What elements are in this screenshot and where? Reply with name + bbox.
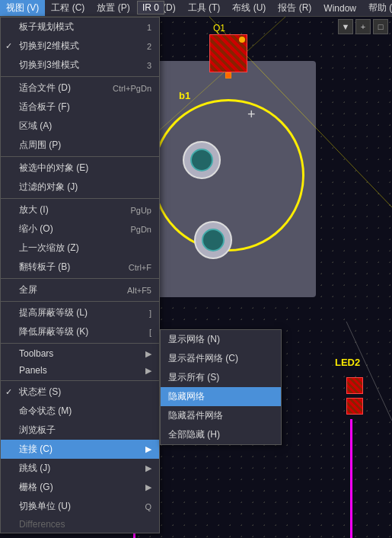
menu-item-board-plan[interactable]: 板子规划模式 1 xyxy=(1,18,159,37)
menu-item-toggle-units[interactable]: 切换单位 (U) Q xyxy=(1,497,159,516)
menu-item-increase-mask[interactable]: 提高屏蔽等级 (L) ] xyxy=(1,303,159,322)
menu-item-cmd-status[interactable]: 命令状态 (M) xyxy=(1,402,159,421)
connections-submenu: 显示网络 (N) 显示器件网络 (C) 显示所有 (S) 隐藏网络 隐藏器件网络… xyxy=(160,329,282,445)
menu-item-zoom-in[interactable]: 放大 (I) PgUp xyxy=(1,200,159,219)
pcb-traces xyxy=(133,17,392,538)
menu-window[interactable]: Window xyxy=(317,2,362,15)
shortcut-3: 3 xyxy=(147,61,151,70)
pad-inner-bottom xyxy=(202,229,225,251)
menu-item-label: 上一次缩放 (Z) xyxy=(19,242,79,255)
menu-bar: 视图 (V) 工程 (C) 放置 (P) 设计 (D) 工具 (T) 布线 (U… xyxy=(0,0,392,17)
menu-item-fit-board[interactable]: 适合板子 (F) xyxy=(1,98,159,117)
menu-item-last-zoom[interactable]: 上一次缩放 (Z) xyxy=(1,239,159,258)
filter-button[interactable]: ▼ xyxy=(338,19,353,34)
menu-item-3d-mode[interactable]: 切换到3维模式 3 xyxy=(1,56,159,75)
menu-item-label: 状态栏 (S) xyxy=(19,386,61,399)
q1-component: Q1 xyxy=(209,34,247,72)
shortcut-mask-down: [ xyxy=(149,328,151,337)
menu-item-label: 适合板子 (F) xyxy=(19,101,70,114)
menu-item-label: 被选中的对象 (E) xyxy=(19,162,88,175)
menu-item-statusbar[interactable]: 状态栏 (S) xyxy=(1,383,159,402)
view-dropdown-menu: 板子规划模式 1 切换到2维模式 2 切换到3维模式 3 适合文件 (D) Ct… xyxy=(0,17,160,533)
crosshair: + xyxy=(247,107,256,123)
menu-item-label: 切换到2维模式 xyxy=(19,40,79,53)
sub-item-show-comp-net[interactable]: 显示器件网络 (C) xyxy=(161,349,281,368)
q1-body xyxy=(209,34,247,72)
shortcut-q: Q xyxy=(145,502,151,511)
menu-item-label: 跳线 (J) xyxy=(19,462,50,475)
menu-item-label: 切换到3维模式 xyxy=(19,59,79,72)
menu-item-grid[interactable]: 栅格 (G) ▶ xyxy=(1,478,159,497)
menu-tools[interactable]: 工具 (T) xyxy=(182,0,227,16)
menu-item-around-point[interactable]: 点周围 (P) xyxy=(1,136,159,155)
ir-badge: IR 0 xyxy=(137,1,164,14)
view-button[interactable]: □ xyxy=(373,19,388,34)
separator-1 xyxy=(1,76,159,77)
add-button[interactable]: + xyxy=(355,19,371,34)
menu-project[interactable]: 工程 (C) xyxy=(45,0,91,16)
q1-dot xyxy=(239,37,245,43)
menu-item-toolbars[interactable]: Toolbars ▶ xyxy=(1,345,159,362)
menu-item-zoom-out[interactable]: 缩小 (O) PgDn xyxy=(1,219,159,239)
menu-item-label: 过滤的对象 (J) xyxy=(19,181,78,194)
menu-item-label: 栅格 (G) xyxy=(19,481,53,494)
sub-item-show-all[interactable]: 显示所有 (S) xyxy=(161,368,281,387)
shortcut-2: 2 xyxy=(147,42,151,51)
menu-item-fit-doc[interactable]: 适合文件 (D) Ctrl+PgDn xyxy=(1,78,159,98)
menu-item-label: Panels xyxy=(19,365,47,376)
menu-route[interactable]: 布线 (U) xyxy=(226,0,272,16)
separator-2 xyxy=(1,156,159,157)
menu-view[interactable]: 视图 (V) xyxy=(0,0,45,16)
toolbar-right: ▼ + □ xyxy=(338,19,388,34)
led2-pad-2 xyxy=(346,398,363,415)
q1-label: Q1 xyxy=(213,23,225,34)
square-icon: □ xyxy=(378,22,384,31)
menu-item-area[interactable]: 区域 (A) xyxy=(1,117,159,136)
menu-item-label: Differences xyxy=(19,519,65,530)
menu-item-label: 翻转板子 (B) xyxy=(19,261,70,274)
menu-item-2d-mode[interactable]: 切换到2维模式 2 xyxy=(1,37,159,56)
menu-item-label: 降低屏蔽等级 (K) xyxy=(19,325,88,338)
shortcut-mask-up: ] xyxy=(149,309,151,318)
sub-item-hide-all[interactable]: 全部隐藏 (H) xyxy=(161,425,281,444)
menu-item-jumper[interactable]: 跳线 (J) ▶ xyxy=(1,459,159,478)
separator-5 xyxy=(1,301,159,302)
menu-place[interactable]: 放置 (P) xyxy=(91,0,135,16)
menu-item-panels[interactable]: Panels ▶ xyxy=(1,362,159,379)
menu-help[interactable]: 帮助 (H) xyxy=(362,0,392,16)
pad-circle-bottom xyxy=(194,221,232,259)
menu-item-connections[interactable]: 连接 (C) ▶ xyxy=(1,440,159,459)
separator-3 xyxy=(1,198,159,199)
menu-item-flip-board[interactable]: 翻转板子 (B) Ctrl+F xyxy=(1,258,159,277)
shortcut-flip: Ctrl+F xyxy=(129,263,151,272)
jumper-arrow: ▶ xyxy=(145,463,151,473)
b1-label: b1 xyxy=(179,90,190,101)
menu-item-label: 缩小 (O) xyxy=(19,223,53,235)
sub-item-hide-net[interactable]: 隐藏网络 xyxy=(161,387,281,406)
menu-item-label: 提高屏蔽等级 (L) xyxy=(19,306,88,319)
menu-item-filtered-obj[interactable]: 过滤的对象 (J) xyxy=(1,178,159,197)
shortcut-pgdn: PgDn xyxy=(130,225,151,234)
pad-inner-top xyxy=(190,149,213,171)
shortcut-1: 1 xyxy=(147,23,151,32)
magenta-boundary-right xyxy=(350,419,352,538)
menu-item-browse-board[interactable]: 浏览板子 xyxy=(1,421,159,440)
led2-label: LED2 xyxy=(335,357,360,368)
shortcut-fullscreen: Alt+F5 xyxy=(127,286,151,295)
sub-item-hide-comp-net[interactable]: 隐藏器件网络 xyxy=(161,406,281,425)
menu-item-fullscreen[interactable]: 全屏 Alt+F5 xyxy=(1,280,159,299)
toolbars-arrow: ▶ xyxy=(145,349,151,359)
q1-pin xyxy=(225,72,231,78)
shortcut-fit-doc: Ctrl+PgDn xyxy=(113,84,151,93)
separator-6 xyxy=(1,343,159,344)
menu-item-label: 区域 (A) xyxy=(19,120,52,133)
connections-arrow: ▶ xyxy=(145,444,151,454)
menu-item-selected-obj[interactable]: 被选中的对象 (E) xyxy=(1,159,159,178)
menu-item-label: 连接 (C) xyxy=(19,443,53,456)
menu-item-label: 浏览板子 xyxy=(19,424,56,437)
sub-item-show-net[interactable]: 显示网络 (N) xyxy=(161,330,281,349)
menu-item-label: 命令状态 (M) xyxy=(19,405,72,418)
plus-icon: + xyxy=(361,22,365,31)
menu-report[interactable]: 报告 (R) xyxy=(272,0,317,16)
menu-item-decrease-mask[interactable]: 降低屏蔽等级 (K) [ xyxy=(1,322,159,341)
